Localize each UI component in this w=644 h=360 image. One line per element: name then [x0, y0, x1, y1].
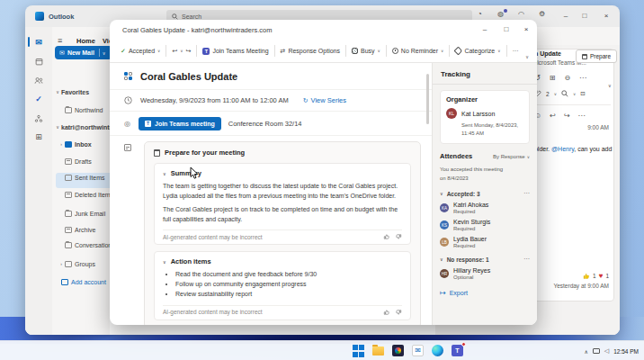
- sidebar-item-groups[interactable]: › Groups: [58, 256, 115, 271]
- outlook-taskbar-icon[interactable]: ✉: [412, 345, 424, 356]
- folder-pane: ∨ Favorites Northwind ∨ katri@northwintr…: [52, 63, 115, 335]
- collapse-icon[interactable]: ∨: [608, 83, 612, 88]
- network-icon[interactable]: [593, 348, 600, 354]
- tab-home[interactable]: Home: [76, 37, 95, 45]
- window-maximize-button[interactable]: □: [577, 9, 593, 22]
- add-account-button[interactable]: Add account: [61, 274, 115, 289]
- join-teams-meeting-button[interactable]: T Join Teams Meeting: [202, 48, 268, 55]
- thumbs-up-icon[interactable]: [383, 309, 390, 316]
- apps-grid-icon[interactable]: ⊞: [550, 74, 556, 82]
- new-mail-button[interactable]: ✉ New Mail ∨: [55, 46, 112, 59]
- dialog-title: Coral Gables Update - katri@northwintrad…: [122, 26, 272, 34]
- avatar: LB: [440, 238, 449, 247]
- sidebar-item-deleted[interactable]: Deleted Items: [65, 187, 115, 202]
- attachments-row: 2 ∨ ∨ ⊡: [534, 90, 586, 97]
- sidebar-item-favorites[interactable]: ∨ Favorites: [54, 85, 113, 99]
- accepted-group-header[interactable]: ∨ Accepted: 3 ⋯: [440, 190, 530, 197]
- categorize-button[interactable]: Categorize ∨: [455, 48, 500, 54]
- reply-button[interactable]: ↩ ∨ ↪: [172, 48, 191, 55]
- folder-icon: [65, 242, 72, 248]
- rail-todo-icon[interactable]: ✓: [25, 91, 52, 107]
- thumbs-down-icon[interactable]: [395, 233, 402, 240]
- organizer-label: Organizer: [446, 95, 523, 104]
- new-mail-dropdown-icon[interactable]: ∨: [103, 50, 106, 56]
- attachment-count[interactable]: 2: [546, 91, 550, 97]
- feedback-icon[interactable]: ◠: [518, 10, 524, 18]
- sidebar-item-archive[interactable]: Archive: [65, 222, 115, 237]
- avatar: KS: [440, 220, 449, 230]
- export-link[interactable]: ↦ Export: [440, 289, 530, 297]
- tray-expand-icon[interactable]: ∧: [584, 348, 587, 355]
- busy-status-button[interactable]: Busy ∨: [352, 48, 380, 54]
- app-title: Outlook: [49, 13, 74, 21]
- window-minimize-button[interactable]: –: [558, 9, 574, 22]
- dialog-close-button[interactable]: ×: [518, 22, 534, 37]
- export-icon: ↦: [440, 289, 446, 297]
- prepare-button[interactable]: Prepare: [576, 50, 617, 63]
- window-close-button[interactable]: ×: [598, 9, 614, 22]
- more-icon[interactable]: ⋯: [523, 256, 530, 263]
- teams-taskbar-icon[interactable]: T: [451, 344, 464, 357]
- archive-icon: [65, 227, 72, 233]
- forward-icon[interactable]: ↪: [564, 112, 570, 120]
- rail-apps-icon[interactable]: ⊞: [25, 129, 52, 145]
- more-icon[interactable]: ⋯: [579, 74, 586, 82]
- no-response-group-header[interactable]: ∨ No response: 1 ⋯: [440, 256, 530, 263]
- rail-calendar-icon[interactable]: [25, 53, 52, 69]
- rail-people-icon[interactable]: [25, 72, 52, 88]
- dialog-minimize-button[interactable]: –: [477, 22, 493, 37]
- toolbar-collapse-icon[interactable]: ∨: [525, 54, 529, 59]
- printer-icon[interactable]: ⊖: [564, 74, 570, 82]
- clock-time[interactable]: 12:54 PM: [613, 348, 639, 355]
- chevron-down-icon: ∨: [527, 155, 530, 159]
- speaker-icon[interactable]: ◁: [604, 347, 609, 355]
- sidebar-item-northwind[interactable]: Northwind: [65, 103, 115, 117]
- accepted-button[interactable]: ✓ Accepted ∨: [121, 48, 160, 55]
- dialog-scrollbar[interactable]: [426, 74, 429, 124]
- zoom-icon[interactable]: [561, 90, 568, 97]
- sidebar-item-junk[interactable]: Junk Email: [65, 206, 115, 220]
- sort-by-response[interactable]: By Response: [493, 154, 525, 159]
- join-teams-meeting-button-inline[interactable]: T Join Teams meeting: [139, 117, 221, 130]
- dialog-maximize-button[interactable]: □: [498, 22, 514, 37]
- mention-link[interactable]: @Henry: [551, 146, 574, 152]
- more-icon[interactable]: ⋯: [523, 190, 530, 197]
- photos-app-icon[interactable]: [392, 345, 404, 356]
- thumbs-down-icon[interactable]: [395, 309, 402, 316]
- prep-header: Prepare for your meeting: [154, 148, 411, 157]
- toolbar-more-button[interactable]: ⋯: [513, 48, 519, 55]
- sidebar-item-inbox[interactable]: › Inbox: [58, 137, 115, 151]
- action-items-header[interactable]: ∨ Action items: [163, 257, 402, 266]
- start-button-icon[interactable]: [352, 344, 365, 357]
- view-series-link[interactable]: ↻ View Series: [303, 96, 346, 104]
- prep-icon: [154, 149, 160, 157]
- trash-icon: [65, 192, 72, 198]
- reactions[interactable]: 1 ♥ 1: [583, 272, 609, 280]
- settings-gear-icon[interactable]: ⚙: [539, 10, 545, 18]
- sent-timestamp: Sent Monday, 8/4/2023, 11:45 AM: [461, 122, 523, 138]
- notification-bell-icon[interactable]: ◍: [497, 10, 504, 18]
- reminder-button[interactable]: No Reminder ∨: [392, 48, 444, 54]
- sidebar-item-sent[interactable]: Sent Items: [65, 170, 115, 184]
- rail-org-icon[interactable]: [25, 111, 52, 127]
- thumbs-up-icon[interactable]: [383, 233, 390, 240]
- swap-icon: ⇄: [281, 48, 286, 55]
- edge-browser-icon[interactable]: [432, 345, 443, 356]
- more-icon[interactable]: ⋯: [578, 112, 586, 120]
- rail-mail-icon[interactable]: ✉: [25, 34, 52, 50]
- sidebar-item-account[interactable]: ∨ katri@northwintraders.com: [54, 120, 113, 134]
- sidebar-item-conversation-history[interactable]: Conversation History: [65, 238, 115, 252]
- meeting-dialog: Coral Gables Update - katri@northwintrad…: [110, 20, 537, 325]
- hamburger-menu-icon[interactable]: ≡: [58, 36, 62, 45]
- reply-icon[interactable]: ↩: [550, 112, 556, 120]
- ai-footer: AI-generated content may be incorrect: [163, 305, 402, 316]
- popout-icon[interactable]: ⊡: [580, 90, 585, 97]
- sidebar-item-drafts[interactable]: Drafts: [65, 154, 115, 168]
- heart-icon: ♥: [599, 272, 604, 280]
- file-explorer-icon[interactable]: [371, 344, 385, 357]
- inbox-icon: [65, 141, 72, 148]
- ai-disclaimer: AI-generated content may be incorrect: [163, 309, 263, 315]
- presence-icon[interactable]: ◔: [478, 10, 482, 18]
- forward-icon[interactable]: ↪: [186, 48, 192, 55]
- response-options-button[interactable]: ⇄ Response Options: [281, 48, 340, 55]
